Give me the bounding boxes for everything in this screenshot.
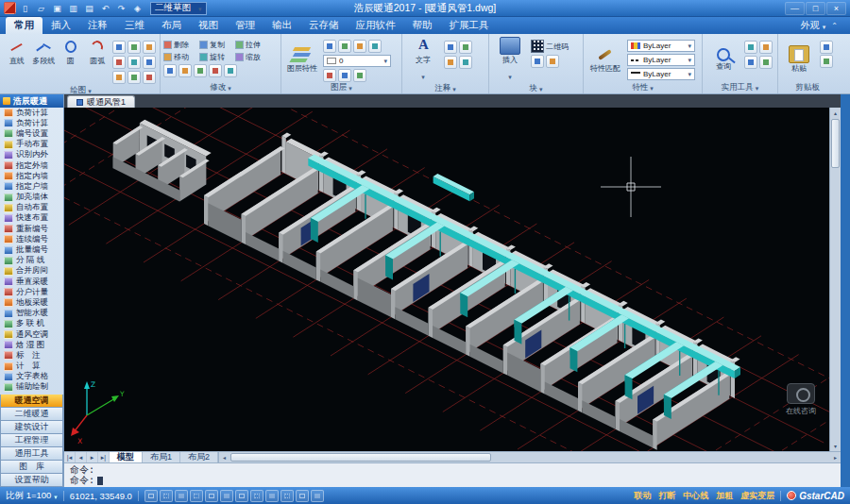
mini-tool-button[interactable] <box>128 41 141 54</box>
arc-tool-button[interactable]: 圆弧 <box>86 37 110 85</box>
measure-button[interactable] <box>744 41 757 54</box>
dyn-input-icon[interactable] <box>250 490 264 502</box>
color-combo[interactable]: ByLayer <box>627 40 695 52</box>
first-tab-button[interactable] <box>64 452 76 462</box>
dim-table-button[interactable] <box>444 56 457 69</box>
group-label-clipboard[interactable]: 剪贴板 <box>781 81 834 93</box>
appearance-menu[interactable]: 外观 ⌃ <box>801 19 844 34</box>
minimize-button[interactable]: — <box>785 2 805 15</box>
vertical-scrollbar[interactable]: ▴ ▾ <box>829 108 841 451</box>
sidebar-item[interactable]: 批量编号 <box>0 244 63 255</box>
block-attr-button[interactable] <box>546 55 559 68</box>
grid-icon[interactable] <box>160 490 173 502</box>
layer-select-combo[interactable]: 0 <box>323 55 391 67</box>
mini-tool-button[interactable] <box>143 56 156 69</box>
copy-clip-button[interactable] <box>820 55 833 68</box>
tab-model[interactable]: 模型 <box>110 452 143 462</box>
layer-properties-button[interactable]: 图层特性 <box>284 37 320 82</box>
layer-prev-button[interactable] <box>323 69 336 82</box>
copy-button[interactable]: 复制 <box>199 40 233 50</box>
last-tab-button[interactable] <box>98 452 110 462</box>
tab-insert[interactable]: 插入 <box>42 17 79 34</box>
vertical-scroll-thumb[interactable] <box>831 119 840 168</box>
insert-block-button[interactable]: 插入 <box>492 37 528 83</box>
circle-tool-button[interactable]: 圆 <box>59 37 83 85</box>
sidebar-item[interactable]: 文字表格 <box>0 372 63 382</box>
dim-linear-button[interactable] <box>444 41 457 54</box>
snap-icon[interactable] <box>144 490 158 502</box>
sidebar-item[interactable]: 计 算 <box>0 361 63 372</box>
open-file-icon[interactable] <box>34 2 48 15</box>
trim-button[interactable] <box>209 64 222 77</box>
next-tab-button[interactable] <box>87 452 98 462</box>
mini-tool-button[interactable] <box>112 41 126 54</box>
new-file-icon[interactable] <box>18 2 32 15</box>
tab-home[interactable]: 常用 <box>6 17 42 34</box>
tab-cloud[interactable]: 云存储 <box>300 17 348 34</box>
tab-help[interactable]: 帮助 <box>404 17 441 34</box>
scale-button[interactable]: 缩放 <box>235 52 269 62</box>
sidebar-item[interactable]: 辅助绘制 <box>0 382 63 393</box>
sidebar-item[interactable]: 分户计量 <box>0 287 63 297</box>
mini-tool-button[interactable] <box>112 56 126 69</box>
quick-select-button[interactable] <box>759 41 773 54</box>
fillet-button[interactable] <box>178 64 192 77</box>
sidebar-item[interactable]: 自动布置 <box>0 203 63 213</box>
rotate-button[interactable]: 旋转 <box>199 52 233 62</box>
online-support-badge[interactable]: 在线咨询 <box>780 383 822 416</box>
tab-annotate[interactable]: 注释 <box>79 17 116 34</box>
block-edit-button[interactable] <box>531 55 544 68</box>
qr-code-button[interactable]: 二维码 <box>531 40 569 53</box>
stretch-button[interactable]: 拉伸 <box>235 40 269 50</box>
tab-manage[interactable]: 管理 <box>227 17 264 34</box>
scroll-down-icon[interactable]: ▾ <box>830 441 841 451</box>
module-tab-library[interactable]: 图 库 <box>0 461 63 474</box>
mini-tool-button[interactable] <box>143 41 156 54</box>
sidebar-item[interactable]: 指定外墙 <box>0 160 63 171</box>
toggle-dash-layer[interactable]: 虚实变层 <box>740 490 774 502</box>
workspace-selector[interactable]: 二维草图 <box>150 2 207 15</box>
line-tool-button[interactable]: 直线 <box>5 37 29 85</box>
sidebar-item[interactable]: 加亮墙体 <box>0 193 63 203</box>
id-point-button[interactable] <box>744 56 757 69</box>
selection-cycling-icon[interactable] <box>296 490 309 502</box>
toggle-centerline[interactable]: 中心线 <box>683 490 708 502</box>
tab-express-tools[interactable]: 扩展工具 <box>441 17 498 34</box>
app-logo-icon[interactable] <box>4 2 16 14</box>
sidebar-item[interactable]: 焓 湿 图 <box>0 340 63 350</box>
sidebar-item[interactable]: 通风空调 <box>0 329 63 340</box>
move-button[interactable]: 移动 <box>163 52 197 62</box>
query-button[interactable]: 查询 <box>706 37 741 81</box>
drawing-canvas[interactable]: ZYX <box>64 108 829 451</box>
toggle-break[interactable]: 打断 <box>658 490 675 502</box>
sidebar-item[interactable]: 指定户墙 <box>0 181 63 192</box>
group-label-layers[interactable]: 图层 <box>284 82 399 93</box>
sidebar-item[interactable]: 识别内外 <box>0 150 63 160</box>
document-tab[interactable]: 暖通风管1 <box>67 95 135 108</box>
tab-output[interactable]: 输出 <box>264 17 300 34</box>
module-tab-2d-hvac[interactable]: 二维暖通 <box>0 408 63 421</box>
sidebar-item[interactable]: 分 隔 线 <box>0 256 63 266</box>
text-button[interactable]: 文字 <box>405 37 441 83</box>
group-label-properties[interactable]: 特性 <box>586 81 699 93</box>
sidebar-item[interactable]: 智能水暖 <box>0 309 63 319</box>
layer-lock-button[interactable] <box>353 40 366 53</box>
paste-button[interactable]: 粘贴 <box>781 37 817 81</box>
scroll-up-icon[interactable]: ▴ <box>830 108 841 118</box>
sidebar-item[interactable]: 合并房间 <box>0 266 63 277</box>
minimize-ribbon-icon[interactable]: ⌃ <box>828 22 841 30</box>
sidebar-item[interactable]: 标 注 <box>0 350 63 361</box>
group-label-annotate[interactable]: 注释 <box>405 83 485 94</box>
sidebar-item[interactable]: 连续编号 <box>0 234 63 244</box>
layer-match-button[interactable] <box>368 40 382 53</box>
tab-layout[interactable]: 布局 <box>153 17 190 34</box>
module-tab-hvac[interactable]: 暖通空调 <box>0 395 63 408</box>
dim-style-button[interactable] <box>459 56 472 69</box>
ducs-icon[interactable] <box>235 490 248 502</box>
group-label-modify[interactable]: 修改 <box>163 81 278 93</box>
maximize-button[interactable]: □ <box>806 2 825 15</box>
module-tab-project[interactable]: 工程管理 <box>0 434 63 447</box>
mirror-button[interactable] <box>163 64 177 77</box>
tab-3d[interactable]: 三维 <box>116 17 153 34</box>
undo-icon[interactable] <box>98 2 112 15</box>
